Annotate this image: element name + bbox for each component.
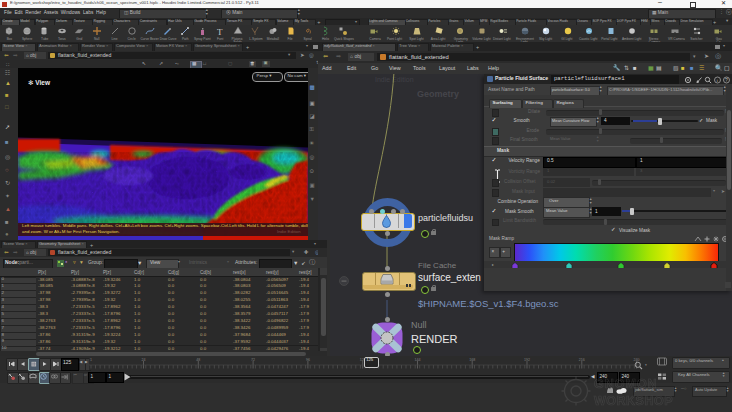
svg-text:T: T <box>217 27 223 37</box>
svg-text:i: i <box>716 78 718 83</box>
svg-text:48: 48 <box>196 358 200 362</box>
svg-text:24: 24 <box>142 358 146 362</box>
svg-text:192: 192 <box>524 358 530 362</box>
svg-text:216: 216 <box>579 358 585 362</box>
svg-text:72: 72 <box>251 358 255 362</box>
svg-text:1: 1 <box>90 358 92 362</box>
svg-text:168: 168 <box>469 358 475 362</box>
svg-text:?: ? <box>725 77 728 83</box>
svg-text:144: 144 <box>415 358 421 362</box>
svg-text:96: 96 <box>306 358 310 362</box>
svg-text:GNOMON: GNOMON <box>594 377 658 391</box>
svg-text:WORKSHOP: WORKSHOP <box>594 394 673 408</box>
